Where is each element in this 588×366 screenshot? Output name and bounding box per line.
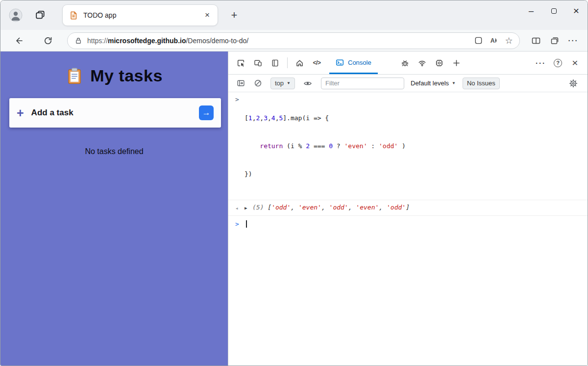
inspect-cursor-icon	[237, 59, 245, 67]
url-host: microsoftedge.github.io	[108, 37, 186, 45]
help-icon: ?	[554, 59, 562, 67]
text-caret	[246, 220, 247, 228]
console-toolbar: top ▼ Default levels ▼ No Issues	[228, 75, 588, 92]
plus-icon	[452, 59, 461, 67]
browser-menu-button[interactable]: ···	[564, 32, 583, 50]
add-task-card[interactable]: + Add a task →	[9, 98, 221, 128]
wifi-icon	[418, 59, 426, 67]
navigation-bar: https://microsoftedge.github.io/Demos/de…	[0, 30, 588, 52]
empty-tasks-message: No tasks defined	[0, 147, 228, 156]
tab-strip: TODO app × + – ×	[0, 0, 588, 30]
toolbar-separator	[287, 57, 288, 68]
eye-icon	[303, 79, 312, 88]
avatar-icon	[9, 8, 23, 22]
install-app-icon	[474, 36, 483, 45]
minimize-button[interactable]: –	[520, 0, 542, 21]
devtools-panel: </> Console	[228, 52, 588, 366]
issues-counter[interactable]: No Issues	[463, 78, 500, 89]
javascript-context-selector[interactable]: top ▼	[270, 78, 295, 89]
arrow-right-icon: →	[202, 108, 211, 118]
close-devtools-button[interactable]: ×	[566, 54, 584, 71]
tab-favicon-icon	[69, 11, 78, 20]
clear-console-button[interactable]	[249, 75, 267, 92]
install-app-button[interactable]	[471, 33, 486, 48]
memory-inspector-button[interactable]	[431, 54, 448, 71]
todo-app-page: My tasks + Add a task → No tasks defined	[0, 52, 228, 366]
code-brackets-icon: </>	[313, 59, 321, 66]
chevron-down-icon: ▼	[452, 81, 456, 85]
app-header: My tasks	[0, 66, 228, 85]
console-filter-input[interactable]	[321, 78, 404, 89]
add-task-submit-button[interactable]: →	[199, 105, 214, 120]
bug-icon	[401, 59, 409, 67]
live-expression-button[interactable]	[299, 75, 316, 92]
devtools-toolbar-right: ··· ? ×	[532, 54, 584, 71]
log-levels-dropdown[interactable]: Default levels ▼	[411, 79, 456, 87]
close-window-button[interactable]: ×	[565, 0, 588, 21]
url-path: /Demos/demo-to-do/	[186, 37, 248, 45]
console-prompt[interactable]: >	[228, 216, 588, 231]
url-text: https://microsoftedge.github.io/Demos/de…	[87, 37, 471, 45]
home-icon	[295, 59, 304, 67]
welcome-tab-button[interactable]	[291, 54, 308, 71]
svg-text:A: A	[490, 37, 495, 44]
maximize-button[interactable]	[542, 0, 565, 21]
expand-array-icon[interactable]: ▶	[245, 203, 252, 213]
prompt-chevron-icon: >	[235, 219, 245, 229]
tab-close-button[interactable]: ×	[201, 9, 214, 22]
restore-icon	[551, 8, 557, 14]
read-aloud-button[interactable]: A	[486, 33, 501, 48]
profile-button[interactable]	[8, 8, 23, 23]
add-task-input[interactable]: Add a task	[31, 108, 74, 118]
console-sidebar-button[interactable]	[232, 75, 249, 92]
console-settings-button[interactable]	[564, 75, 582, 92]
collections-icon	[550, 36, 560, 46]
more-tabs-button[interactable]	[448, 54, 465, 71]
debug-button[interactable]	[396, 54, 414, 71]
collections-button[interactable]	[545, 32, 564, 50]
devtools-menu-button[interactable]: ···	[532, 54, 549, 71]
console-tab-label: Console	[348, 59, 371, 66]
console-result-value[interactable]: (5) ['odd', 'even', 'odd', 'even', 'odd'…	[252, 203, 410, 212]
tab-actions-button[interactable]	[33, 8, 48, 23]
console-result-entry: ◂ ▶ (5) ['odd', 'even', 'odd', 'even', '…	[228, 200, 588, 216]
browser-tab[interactable]: TODO app ×	[62, 4, 218, 26]
window-controls: – ×	[520, 0, 588, 21]
result-marker-icon: ◂	[235, 203, 245, 213]
close-icon: ×	[572, 57, 578, 69]
devtools-help-button[interactable]: ?	[549, 54, 566, 71]
console-input-entry: > [1,2,3,4,5].map(i => { return (i % 2 =…	[228, 92, 588, 200]
new-tab-button[interactable]: +	[226, 7, 243, 24]
star-icon: ☆	[505, 35, 513, 46]
chevron-down-icon: ▼	[287, 81, 291, 85]
focus-mode-icon	[271, 59, 279, 67]
context-label: top	[275, 79, 284, 87]
inspect-element-button[interactable]	[232, 54, 249, 71]
page-content: My tasks + Add a task → No tasks defined	[0, 52, 588, 366]
split-screen-icon	[531, 36, 541, 46]
console-log[interactable]: > [1,2,3,4,5].map(i => { return (i % 2 =…	[228, 92, 588, 366]
elements-tab-button[interactable]: </>	[308, 54, 325, 71]
refresh-icon	[43, 36, 53, 46]
favorites-button[interactable]: ☆	[501, 33, 516, 48]
tab-console[interactable]: Console	[329, 52, 378, 74]
issues-label: No Issues	[467, 79, 495, 87]
back-arrow-icon	[14, 36, 24, 46]
refresh-button[interactable]	[39, 32, 57, 50]
console-sidebar-icon	[237, 79, 245, 87]
ellipsis-icon: ···	[536, 59, 546, 67]
page-title: My tasks	[90, 66, 163, 85]
network-conditions-button[interactable]	[414, 54, 431, 71]
gear-icon	[569, 79, 578, 88]
browser-window: TODO app × + – ×	[0, 0, 588, 366]
focus-mode-button[interactable]	[267, 54, 284, 71]
console-icon	[336, 58, 344, 67]
device-emulation-button[interactable]	[249, 54, 267, 71]
address-bar[interactable]: https://microsoftedge.github.io/Demos/de…	[67, 32, 520, 49]
memory-chip-icon	[435, 59, 443, 67]
split-screen-button[interactable]	[527, 32, 545, 50]
clear-icon	[254, 79, 262, 87]
url-scheme: https://	[87, 37, 108, 45]
back-button[interactable]	[9, 32, 28, 50]
clipboard-icon	[66, 67, 83, 85]
